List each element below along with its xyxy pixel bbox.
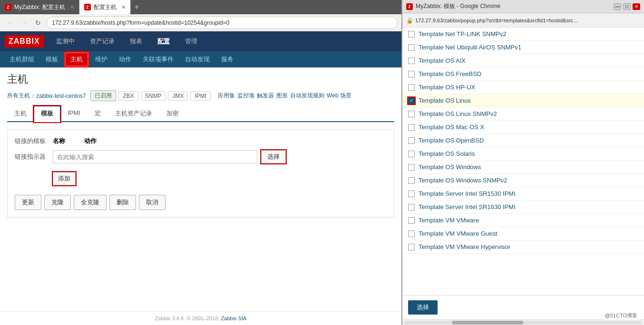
popup-minimize-btn[interactable]: — — [614, 3, 621, 10]
popup-list-item-1[interactable]: Template Net TP-LINK SNMPv2 — [402, 28, 644, 41]
checkbox-3[interactable] — [408, 57, 415, 64]
popup-list-item-15[interactable]: Template VM VMware — [402, 214, 644, 227]
template-item-label-13[interactable]: Template Server Intel SR1530 IPMI — [419, 190, 516, 197]
breadcrumb-all-hosts[interactable]: 所有主机 — [7, 92, 30, 100]
template-item-label-14[interactable]: Template Server Intel SR1630 IPMI — [419, 203, 516, 210]
sec-nav-hosts[interactable]: 主机 — [65, 52, 88, 67]
popup-list-item-13[interactable]: Template Server Intel SR1530 IPMI — [402, 187, 644, 201]
popup-list-item-9[interactable]: Template OS OpenBSD — [402, 134, 644, 147]
template-item-label-1[interactable]: Template Net TP-LINK SNMPv2 — [419, 30, 507, 38]
browser-tab-2[interactable]: Z 配置主机 ✕ — [79, 0, 131, 14]
template-item-label-5[interactable]: Template OS HP-UX — [419, 84, 475, 91]
sec-nav-actions[interactable]: 动作 — [114, 53, 136, 66]
popup-list-item-7[interactable]: Template OS Linux SNMPv2 — [402, 107, 644, 121]
status-zbx[interactable]: ZBX — [118, 91, 138, 101]
link-web[interactable]: Web 场景 — [327, 92, 351, 100]
checkbox-4[interactable] — [408, 71, 415, 77]
delete-button[interactable]: 删除 — [109, 195, 136, 210]
template-item-label-3[interactable]: Template OS AIX — [419, 57, 466, 64]
checkbox-8[interactable] — [408, 124, 415, 131]
checkbox-12[interactable] — [408, 177, 415, 184]
link-triggers[interactable]: 触发器 — [257, 92, 274, 100]
checkbox-15[interactable] — [408, 217, 415, 224]
template-item-label-4[interactable]: Template OS FreeBSD — [419, 70, 481, 77]
tab-ipmi[interactable]: IPMI — [60, 106, 88, 121]
tab1-close[interactable]: ✕ — [70, 4, 74, 10]
template-item-label-6[interactable]: Template OS Linux — [419, 97, 471, 104]
checkbox-5[interactable] — [408, 84, 415, 91]
popup-list-item-17[interactable]: Template VM VMware Hypervisor — [402, 240, 644, 254]
checkbox-10[interactable] — [408, 151, 415, 157]
popup-list-item-6[interactable]: ✓Template OS Linux — [402, 94, 644, 107]
footer-link[interactable]: Zabbix SIA — [221, 315, 247, 321]
sec-nav-templates[interactable]: 模板 — [41, 53, 63, 66]
status-snmp[interactable]: SNMP — [141, 91, 166, 101]
tab-templates[interactable]: 模板 — [34, 106, 60, 122]
popup-list-item-12[interactable]: Template OS Windows SNMPv2 — [402, 174, 644, 187]
popup-list-item-11[interactable]: Template OS Windows — [402, 161, 644, 174]
refresh-btn[interactable]: ↻ — [32, 17, 44, 29]
template-item-label-12[interactable]: Template OS Windows SNMPv2 — [419, 177, 507, 184]
template-item-label-2[interactable]: Template Net Ubiquiti AirOS SNMPv1 — [419, 44, 521, 51]
link-graphs[interactable]: 图形 — [276, 92, 288, 100]
template-item-label-16[interactable]: Template VM VMware Guest — [419, 230, 497, 237]
checkbox-6[interactable]: ✓ — [408, 97, 415, 104]
tab-macros[interactable]: 宏 — [88, 106, 108, 121]
checkbox-14[interactable] — [408, 204, 415, 210]
sec-nav-services[interactable]: 服务 — [216, 53, 238, 66]
new-tab-btn[interactable]: + — [131, 0, 143, 14]
checkbox-17[interactable] — [408, 244, 415, 250]
link-appsets[interactable]: 应用集 — [218, 92, 235, 100]
template-item-label-10[interactable]: Template OS Solaris — [419, 150, 475, 157]
sec-nav-maintenance[interactable]: 维护 — [90, 53, 112, 66]
popup-list-item-16[interactable]: Template VM VMware Guest — [402, 227, 644, 240]
popup-close-btn[interactable]: ✕ — [633, 3, 640, 10]
popup-select-button[interactable]: 选择 — [408, 300, 438, 315]
template-item-label-7[interactable]: Template OS Linux SNMPv2 — [419, 110, 497, 117]
breadcrumb-current-host[interactable]: zabbix-test-centos7 — [36, 93, 86, 99]
link-monitors[interactable]: 监控项 — [237, 92, 254, 100]
template-select-button[interactable]: 选择 — [261, 150, 286, 163]
url-input[interactable] — [47, 17, 398, 29]
status-ipmi[interactable]: IPMI — [190, 91, 211, 101]
browser-tab-1[interactable]: Z MyZabbix: 配置主机 ✕ — [0, 0, 79, 14]
checkbox-7[interactable] — [408, 111, 415, 117]
popup-list-item-5[interactable]: Template OS HP-UX — [402, 81, 644, 94]
clone-button[interactable]: 克隆 — [44, 195, 71, 210]
template-search-input[interactable] — [53, 150, 257, 163]
template-item-label-15[interactable]: Template VM VMware — [419, 217, 479, 224]
add-template-button[interactable]: 添加 — [53, 172, 76, 185]
nav-monitoring[interactable]: 监测中 — [53, 35, 78, 48]
popup-list-item-14[interactable]: Template Server Intel SR1630 IPMI — [402, 201, 644, 214]
popup-maximize-btn[interactable]: □ — [623, 3, 631, 10]
checkbox-13[interactable] — [408, 191, 415, 197]
tab-encryption[interactable]: 加密 — [159, 106, 186, 121]
template-item-label-9[interactable]: Template OS OpenBSD — [419, 137, 484, 144]
popup-list-item-3[interactable]: Template OS AIX — [402, 54, 644, 67]
nav-reports[interactable]: 报表 — [127, 35, 145, 48]
link-discovery[interactable]: 自动发现规则 — [290, 92, 324, 100]
sec-nav-hostgroups[interactable]: 主机群组 — [5, 53, 39, 66]
forward-btn[interactable]: → — [18, 17, 29, 29]
tab-host[interactable]: 主机 — [7, 106, 34, 121]
sec-nav-discovery[interactable]: 自动发现 — [180, 53, 215, 66]
nav-assets[interactable]: 资产记录 — [87, 35, 117, 48]
nav-admin[interactable]: 管理 — [182, 35, 200, 48]
checkbox-2[interactable] — [408, 44, 415, 51]
checkbox-1[interactable] — [408, 31, 415, 38]
nav-config[interactable]: 配置 — [155, 35, 173, 48]
template-item-label-11[interactable]: Template OS Windows — [419, 163, 481, 171]
template-item-label-8[interactable]: Template OS Mac OS X — [419, 124, 484, 131]
update-button[interactable]: 更新 — [15, 195, 41, 210]
popup-list-item-8[interactable]: Template OS Mac OS X — [402, 121, 644, 134]
sec-nav-event-corr[interactable]: 关联项事件 — [138, 53, 178, 66]
full-clone-button[interactable]: 全克隆 — [74, 195, 107, 210]
status-jmx[interactable]: JMX — [168, 91, 188, 101]
cancel-button[interactable]: 取消 — [139, 195, 166, 210]
popup-list-item-10[interactable]: Template OS Solaris — [402, 147, 644, 161]
checkbox-16[interactable] — [408, 230, 415, 237]
popup-list-item-4[interactable]: Template OS FreeBSD — [402, 67, 644, 81]
checkbox-11[interactable] — [408, 164, 415, 171]
popup-list-item-2[interactable]: Template Net Ubiquiti AirOS SNMPv1 — [402, 41, 644, 54]
template-item-label-17[interactable]: Template VM VMware Hypervisor — [419, 243, 510, 250]
